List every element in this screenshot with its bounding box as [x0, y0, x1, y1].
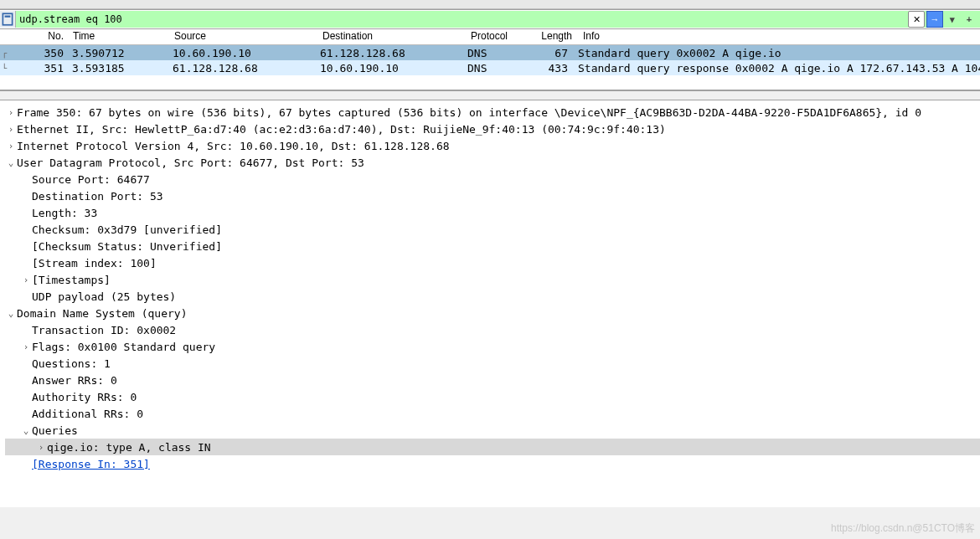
tree-udp-length[interactable]: Length: 33 [5, 204, 980, 221]
expand-icon[interactable]: › [5, 141, 17, 151]
tree-label: Ethernet II, Src: HewlettP_6a:d7:40 (ac:… [17, 123, 666, 136]
tree-label: Transaction ID: 0x0002 [32, 324, 176, 336]
packet-row[interactable]: ┌ 350 3.590712 10.60.190.10 61.128.128.6… [0, 45, 980, 60]
tree-label: Authority RRs: 0 [32, 391, 137, 403]
tree-label: User Datagram Protocol, Src Port: 64677,… [17, 157, 364, 169]
tree-dns[interactable]: ⌄Domain Name System (query) [5, 305, 980, 321]
tree-label: Checksum: 0x3d79 [unverified] [32, 223, 222, 236]
tree-dns-authority-rrs[interactable]: Authority RRs: 0 [5, 388, 980, 405]
cell-no: 351 [0, 62, 69, 74]
filter-history-dropdown[interactable]: ▾ [945, 12, 960, 27]
clear-filter-button[interactable]: ✕ [908, 11, 925, 28]
tree-label: Flags: 0x0100 Standard query [32, 341, 215, 353]
main-toolbar [0, 0, 980, 9]
tree-label: [Checksum Status: Unverified] [32, 240, 222, 253]
tree-label: [Timestamps] [32, 274, 111, 286]
tree-dns-query-entry[interactable]: ›qige.io: type A, class IN [5, 439, 980, 455]
col-len[interactable]: Length [522, 29, 580, 44]
tree-label: UDP payload (25 bytes) [32, 290, 176, 303]
watermark-text: https://blog.csdn.n@51CTO博客 [831, 521, 975, 536]
tree-label: Length: 33 [32, 207, 97, 219]
tree-label: Internet Protocol Version 4, Src: 10.60.… [17, 140, 450, 152]
col-no[interactable]: No. [0, 29, 70, 44]
tree-udp-timestamps[interactable]: ›[Timestamps] [5, 271, 980, 288]
tree-udp-stream[interactable]: [Stream index: 100] [5, 254, 980, 271]
tree-label: [Stream index: 100] [32, 257, 157, 270]
tree-dns-response-in[interactable]: [Response In: 351] [5, 455, 980, 472]
tree-dns-additional-rrs[interactable]: Additional RRs: 0 [5, 405, 980, 422]
svg-rect-0 [3, 13, 12, 25]
tree-label: Source Port: 64677 [32, 173, 150, 186]
tree-dns-answer-rrs[interactable]: Answer RRs: 0 [5, 372, 980, 388]
expand-icon[interactable]: › [5, 124, 17, 135]
related-packet-icon: └ [2, 64, 7, 73]
tree-udp[interactable]: ⌄User Datagram Protocol, Src Port: 64677… [5, 154, 980, 171]
pane-splitter[interactable] [0, 90, 980, 100]
tree-dns-questions[interactable]: Questions: 1 [5, 355, 980, 372]
svg-rect-1 [5, 16, 11, 18]
add-filter-button[interactable]: + [962, 12, 977, 27]
tree-frame[interactable]: ›Frame 350: 67 bytes on wire (536 bits),… [5, 104, 980, 121]
tree-label-link[interactable]: [Response In: 351] [32, 458, 150, 470]
col-info[interactable]: Info [580, 29, 980, 44]
tree-label: Questions: 1 [32, 357, 111, 370]
col-src[interactable]: Source [171, 29, 319, 44]
cell-info: Standard query response 0x0002 A qige.io… [575, 62, 980, 74]
cell-len: 433 [518, 62, 575, 74]
cell-proto: DNS [464, 62, 518, 74]
tree-udp-dstport[interactable]: Destination Port: 53 [5, 187, 980, 204]
tree-label: Additional RRs: 0 [32, 408, 143, 420]
packet-row[interactable]: └ 351 3.593185 61.128.128.68 10.60.190.1… [0, 60, 980, 75]
apply-filter-button[interactable]: → [926, 11, 943, 28]
display-filter-bar: ✕ → ▾ + [0, 9, 980, 29]
cell-src: 61.128.128.68 [169, 62, 317, 74]
collapse-icon[interactable]: ⌄ [5, 308, 17, 319]
packet-details-pane[interactable]: ›Frame 350: 67 bytes on wire (536 bits),… [0, 100, 980, 507]
cell-no: 350 [0, 47, 69, 59]
cell-proto: DNS [464, 47, 518, 59]
bookmark-filter-icon[interactable] [0, 11, 16, 28]
tree-label: Answer RRs: 0 [32, 374, 117, 387]
display-filter-input[interactable] [16, 11, 905, 28]
tree-udp-checksum[interactable]: Checksum: 0x3d79 [unverified] [5, 221, 980, 238]
expand-icon[interactable]: › [20, 341, 32, 352]
collapse-icon[interactable]: ⌄ [5, 157, 17, 168]
col-time[interactable]: Time [70, 29, 171, 44]
tree-dns-queries[interactable]: ⌄Queries [5, 422, 980, 439]
cell-len: 67 [518, 47, 575, 59]
tree-label: qige.io: type A, class IN [47, 441, 211, 454]
col-proto[interactable]: Protocol [467, 29, 522, 44]
expand-icon[interactable]: › [5, 107, 17, 118]
tree-ip[interactable]: ›Internet Protocol Version 4, Src: 10.60… [5, 137, 980, 154]
tree-label: Frame 350: 67 bytes on wire (536 bits), … [17, 106, 921, 119]
tree-dns-txid[interactable]: Transaction ID: 0x0002 [5, 321, 980, 338]
cell-time: 3.590712 [69, 47, 169, 59]
cell-info: Standard query 0x0002 A qige.io [575, 47, 980, 59]
tree-udp-checksum-status[interactable]: [Checksum Status: Unverified] [5, 238, 980, 254]
filter-buttons: ✕ → ▾ + [905, 11, 980, 28]
tree-label: Destination Port: 53 [32, 190, 163, 203]
cell-dst: 10.60.190.10 [317, 62, 464, 74]
tree-label: Queries [32, 424, 78, 437]
tree-label: Domain Name System (query) [17, 307, 188, 320]
expand-icon[interactable]: › [20, 275, 32, 285]
packet-list-pane[interactable]: No. Time Source Destination Protocol Len… [0, 29, 980, 90]
related-packet-icon: ┌ [2, 49, 7, 58]
cell-time: 3.593185 [69, 62, 169, 74]
tree-udp-payload[interactable]: UDP payload (25 bytes) [5, 288, 980, 305]
tree-dns-flags[interactable]: ›Flags: 0x0100 Standard query [5, 338, 980, 355]
expand-icon[interactable]: › [35, 442, 47, 453]
cell-src: 10.60.190.10 [169, 47, 317, 59]
cell-dst: 61.128.128.68 [317, 47, 464, 59]
col-dst[interactable]: Destination [319, 29, 467, 44]
collapse-icon[interactable]: ⌄ [20, 425, 32, 436]
tree-udp-srcport[interactable]: Source Port: 64677 [5, 171, 980, 187]
tree-eth[interactable]: ›Ethernet II, Src: HewlettP_6a:d7:40 (ac… [5, 121, 980, 137]
packet-list-header[interactable]: No. Time Source Destination Protocol Len… [0, 29, 980, 45]
